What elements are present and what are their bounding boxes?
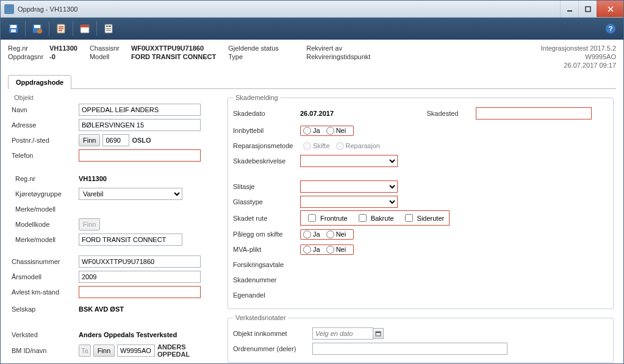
svg-rect-12 [106, 26, 108, 27]
calendar-icon[interactable] [373, 328, 384, 339]
mva-ja[interactable]: Ja [303, 246, 320, 254]
postnr-input[interactable] [102, 134, 129, 146]
chassisnr-label: Chassisnr [90, 45, 126, 52]
poststed-value: OSLO [132, 137, 151, 144]
merke-label: Merke/modell [12, 205, 79, 213]
adresse-label: Adresse [12, 121, 79, 129]
telefon-label: Telefon [12, 152, 79, 159]
finn-modellkode-button[interactable]: Finn [79, 218, 100, 230]
km-input[interactable] [79, 286, 201, 298]
palegg-ja[interactable]: Ja [303, 230, 320, 238]
svg-rect-6 [34, 25, 40, 28]
arsmodell-input[interactable] [79, 271, 201, 283]
slitasje-select[interactable] [300, 180, 398, 193]
skadetrute-group: Frontrute Bakrute Sideruter [300, 210, 450, 226]
repmetode-reparasjon[interactable]: Reparasjon [336, 142, 380, 150]
glasstype-select[interactable] [300, 196, 398, 208]
svg-rect-4 [11, 29, 16, 32]
frontrute-checkbox[interactable]: Frontrute [306, 212, 348, 224]
palegg-nei[interactable]: Nei [326, 230, 346, 238]
help-button[interactable]: ? [601, 20, 620, 37]
innbyttebil-ja[interactable]: Ja [303, 127, 320, 135]
innbyttebil-nei[interactable]: Nei [326, 127, 346, 135]
skadetrute-label: Skadet rute [233, 215, 300, 222]
app-icon [4, 4, 14, 14]
navn-input[interactable] [79, 104, 201, 116]
skadebeskr-select[interactable] [300, 155, 398, 167]
glasstype-label: Glasstype [233, 198, 300, 205]
adresse-input[interactable] [79, 119, 201, 131]
type-label: Type [228, 53, 289, 60]
calendar-button[interactable] [76, 20, 94, 37]
modell-label: Modell [90, 53, 126, 60]
objekt-innkommet-date[interactable] [312, 327, 373, 340]
rekv-tid-label: Rekvireringstidspunkt [306, 53, 386, 60]
rekvirert-label: Rekvirert av [306, 45, 386, 52]
form-button[interactable] [99, 20, 118, 37]
toolbar: ? [1, 18, 623, 40]
postnr-label: Postnr./-sted [12, 137, 79, 144]
minimize-button[interactable] [560, 1, 578, 17]
repmetode-skifte[interactable]: Skifte [303, 142, 330, 150]
kjoretoy-select[interactable]: Varebil [79, 188, 182, 200]
bakrute-checkbox[interactable]: Bakrute [356, 212, 394, 224]
chassis-input[interactable] [79, 255, 201, 268]
form-body: Objekt Navn Adresse Postnr./-sted Finn O… [8, 89, 616, 363]
close-button[interactable] [597, 1, 623, 17]
maximize-button[interactable] [578, 1, 597, 17]
skadenr-label: Skadenummer [233, 276, 300, 284]
chassisnr-value: WF0UXXTTPU9U71860 [131, 45, 204, 52]
chassis-label: Chassisnummer [12, 258, 79, 265]
svg-rect-13 [109, 26, 111, 27]
save-button[interactable] [4, 20, 23, 37]
status-label: Gjeldende status [228, 45, 289, 52]
skadedato-value: 26.07.2017 [300, 110, 415, 117]
regnr-label: Reg.nr [8, 45, 45, 52]
tab-oppdragshode[interactable]: Oppdragshode [8, 75, 71, 89]
bm-name-value: ANDERS OPPEDAL [157, 343, 218, 358]
notater-legend: Verkstedsnotater [233, 314, 289, 321]
innbyttebil-label: Innbyttebil [233, 127, 300, 134]
palegg-label: Pålegg om skifte [233, 230, 300, 238]
regnr2-value: VH11300 [79, 175, 218, 182]
ordrenr-input[interactable] [312, 343, 507, 355]
svg-rect-3 [10, 25, 16, 28]
telefon-input[interactable] [79, 149, 201, 162]
ordrenr-label: Ordrenummer (deler) [233, 345, 312, 352]
palegg-group: Ja Nei [300, 229, 354, 240]
svg-point-7 [37, 29, 42, 34]
repmetode-label: Reparasjonsmetode [233, 142, 300, 149]
content-area: Reg.nrVH11300 Oppdragsnr-0 ChassisnrWF0U… [1, 40, 623, 363]
finn-bm-button[interactable]: Finn [93, 344, 115, 357]
sideruter-checkbox[interactable]: Sideruter [403, 212, 445, 224]
regnr-value: VH11300 [49, 45, 77, 52]
summary-header: Reg.nrVH11300 Oppdragsnr-0 ChassisnrWF0U… [8, 45, 616, 69]
skademelding-legend: Skademelding [233, 94, 281, 101]
svg-rect-15 [106, 30, 111, 31]
oppdragsnr-value: -0 [49, 53, 56, 60]
innbyttebil-group: Ja Nei [300, 126, 354, 136]
skadested-input[interactable] [476, 107, 592, 120]
bm-id-input[interactable] [117, 344, 155, 357]
skadedato-label: Skadedato [233, 110, 300, 117]
selskap-value: BSK AVD ØST [79, 305, 218, 313]
meta-timestamp: 26.07.2017 09:17 [540, 62, 616, 69]
skadested-label: Skadested [427, 110, 476, 117]
merke2-label: Merke/modell [12, 236, 79, 243]
save-options-button[interactable] [28, 20, 46, 37]
ta-button[interactable]: Ta [79, 344, 91, 357]
finn-postnr-button[interactable]: Finn [79, 134, 100, 146]
verksted-label: Verksted [12, 331, 79, 338]
repmetode-group: Skifte Reparasjon [300, 141, 388, 151]
svg-rect-10 [81, 25, 89, 27]
bm-label: BM ID/navn [12, 347, 79, 354]
mva-nei[interactable]: Nei [326, 246, 346, 254]
clipboard-button[interactable] [52, 20, 70, 37]
navn-label: Navn [12, 106, 79, 113]
tab-strip: Oppdragshode [8, 75, 616, 89]
mva-group: Ja Nei [300, 244, 354, 255]
merke2-input[interactable] [79, 234, 182, 246]
objekt-legend: Objekt [12, 94, 36, 101]
svg-rect-1 [586, 7, 590, 12]
svg-text:?: ? [609, 25, 613, 32]
